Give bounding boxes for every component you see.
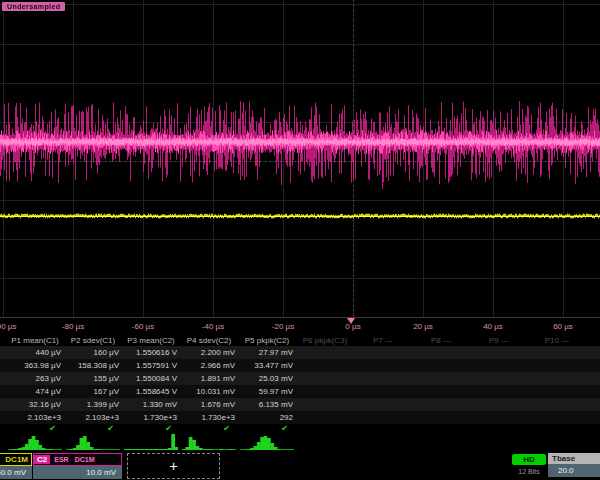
measure-value <box>586 385 600 398</box>
measure-header-P2: P2 sdev(C1) <box>64 335 122 346</box>
waveform-display: Undersampled <box>0 0 600 318</box>
measure-value <box>528 359 586 372</box>
measure-value: 6.135 mV <box>238 398 296 411</box>
measure-value: 158.308 µV <box>64 359 122 372</box>
measure-value <box>470 346 528 359</box>
hd-bits-label: 12 Bits <box>512 468 546 475</box>
measure-status-icon <box>296 424 354 433</box>
measure-value <box>412 398 470 411</box>
measure-value <box>296 385 354 398</box>
measure-value <box>586 411 600 424</box>
measure-value <box>528 372 586 385</box>
measure-column-P6[interactable]: P6 pkpk(C3) <box>296 335 354 433</box>
measure-value: 155 µV <box>64 372 122 385</box>
measure-value: 2.103e+3 <box>6 411 64 424</box>
timebase-value: 20.0 <box>548 464 600 477</box>
histicon-row <box>0 433 600 452</box>
c1-vdiv-value: 50.0 mV <box>0 466 32 479</box>
time-axis-label: -20 µs <box>272 322 294 331</box>
measure-value <box>470 385 528 398</box>
measure-value: 474 µV <box>6 385 64 398</box>
waveform-canvas <box>0 0 600 318</box>
time-axis: -100 µs-80 µs-60 µs-40 µs-20 µs0 µs20 µs… <box>0 318 600 335</box>
timebase-title: Tbase <box>548 453 600 464</box>
histicon-P3[interactable] <box>124 434 178 451</box>
measure-column-P11[interactable]: P11 --- <box>586 335 600 433</box>
time-axis-label: -80 µs <box>62 322 84 331</box>
time-axis-label: 40 µs <box>483 322 503 331</box>
measure-value: 1.399 µV <box>64 398 122 411</box>
measure-value <box>354 372 412 385</box>
measure-header-P8: P8 --- <box>412 335 470 346</box>
measure-value <box>528 411 586 424</box>
channel-descriptor-c1[interactable]: DC1M 50.0 mV <box>0 453 32 479</box>
measure-value <box>586 398 600 411</box>
measurement-table: P1 mean(C1)440 µV363.98 µV263 µV474 µV32… <box>0 335 600 433</box>
measure-value: 1.550084 V <box>122 372 180 385</box>
time-axis-label: -60 µs <box>132 322 154 331</box>
hd-mode-badge[interactable]: HD <box>512 454 546 465</box>
measure-column-P10[interactable]: P10 --- <box>528 335 586 433</box>
measure-value <box>470 398 528 411</box>
measure-value: 1.557591 V <box>122 359 180 372</box>
measure-value: 1.330 mV <box>122 398 180 411</box>
measure-value: 1.730e+3 <box>180 411 238 424</box>
measure-header-P1: P1 mean(C1) <box>6 335 64 346</box>
measure-value <box>412 372 470 385</box>
measure-value <box>354 398 412 411</box>
measure-column-P8[interactable]: P8 --- <box>412 335 470 433</box>
measure-column-P9[interactable]: P9 --- <box>470 335 528 433</box>
measure-value <box>470 411 528 424</box>
measure-header-P4: P4 sdev(C2) <box>180 335 238 346</box>
measure-value <box>412 411 470 424</box>
measure-value: 440 µV <box>6 346 64 359</box>
measure-value: 25.03 mV <box>238 372 296 385</box>
channel-descriptor-c2[interactable]: C2 ESR DC1M 10.0 mV <box>33 453 122 479</box>
time-axis-label: 60 µs <box>553 322 573 331</box>
measure-value: 1.676 mV <box>180 398 238 411</box>
measure-value <box>354 411 412 424</box>
measure-status-icon <box>354 424 412 433</box>
add-trace-button[interactable]: + <box>127 453 220 479</box>
measure-column-P2[interactable]: P2 sdev(C1)160 µV158.308 µV155 µV167 µV1… <box>64 335 122 433</box>
histicon-P5[interactable] <box>240 434 294 451</box>
measure-value: 2.966 mV <box>180 359 238 372</box>
measure-value: 1.891 mV <box>180 372 238 385</box>
measure-value <box>412 346 470 359</box>
measure-status-icon: ✔ <box>122 424 180 433</box>
c2-esr-tag: ESR <box>52 455 70 464</box>
measure-header-P10: P10 --- <box>528 335 586 346</box>
measure-value: 33.477 mV <box>238 359 296 372</box>
measure-value <box>470 359 528 372</box>
oscilloscope-screen: Undersampled -100 µs-80 µs-60 µs-40 µs-2… <box>0 0 600 480</box>
histicon-P1[interactable] <box>8 434 62 451</box>
measure-value: 160 µV <box>64 346 122 359</box>
measure-header-P7: P7 --- <box>354 335 412 346</box>
measure-value <box>296 346 354 359</box>
histicon-P4[interactable] <box>182 434 236 451</box>
measure-value: 263 µV <box>6 372 64 385</box>
measure-value <box>528 398 586 411</box>
measure-value: 167 µV <box>64 385 122 398</box>
measure-value <box>586 372 600 385</box>
measure-value: 1.730e+3 <box>122 411 180 424</box>
measure-column-P5[interactable]: P5 pkpk(C2)27.97 mV33.477 mV25.03 mV59.9… <box>238 335 296 433</box>
timebase-descriptor[interactable]: Tbase 20.0 <box>548 453 600 477</box>
measure-column-P3[interactable]: P3 mean(C2)1.550616 V1.557591 V1.550084 … <box>122 335 180 433</box>
measure-value: 10.031 mV <box>180 385 238 398</box>
measure-status-icon <box>412 424 470 433</box>
measure-column-P4[interactable]: P4 sdev(C2)2.200 mV2.966 mV1.891 mV10.03… <box>180 335 238 433</box>
c2-coupling-tag: DC1M <box>73 455 97 464</box>
measure-column-P7[interactable]: P7 --- <box>354 335 412 433</box>
measure-value <box>528 385 586 398</box>
measure-status-icon <box>470 424 528 433</box>
measure-value: 2.103e+3 <box>64 411 122 424</box>
measure-value <box>586 359 600 372</box>
measure-value <box>354 346 412 359</box>
undersampled-badge: Undersampled <box>2 2 65 11</box>
measure-value <box>296 372 354 385</box>
histicon-P2[interactable] <box>66 434 120 451</box>
measure-column-P1[interactable]: P1 mean(C1)440 µV363.98 µV263 µV474 µV32… <box>6 335 64 433</box>
measure-status-icon <box>528 424 586 433</box>
c2-vdiv-value: 10.0 mV <box>33 466 122 479</box>
